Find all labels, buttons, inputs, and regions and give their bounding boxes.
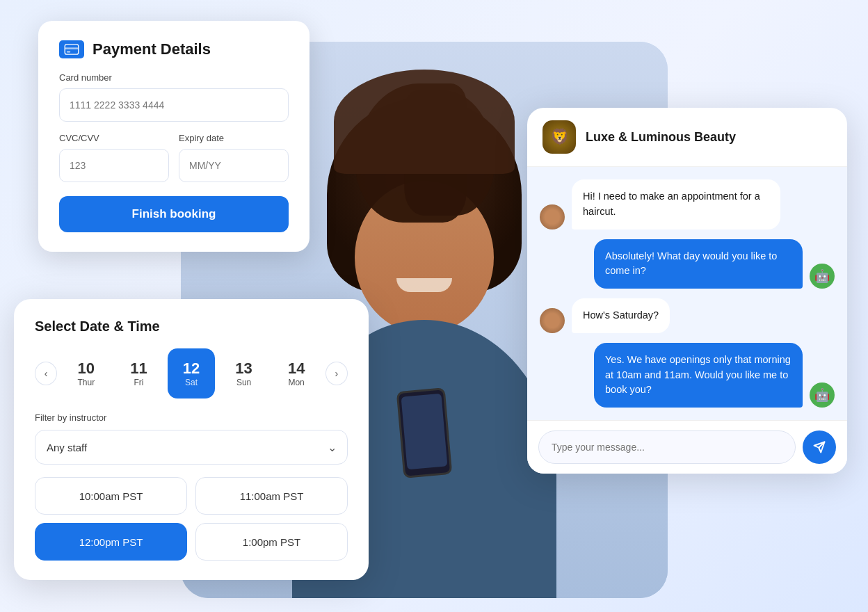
business-name: Luxe & Luminous Beauty — [586, 130, 736, 145]
bot-bubble-2: Yes. We have openings only that morning … — [594, 343, 803, 408]
svg-rect-2 — [67, 51, 70, 53]
chat-messages: Hi! I need to make an appointment for a … — [527, 167, 847, 420]
date-item-12[interactable]: 12 Sat — [168, 348, 215, 398]
payment-card: Payment Details Card number CVC/CVV Expi… — [38, 21, 310, 252]
time-10am[interactable]: 10:00am PST — [35, 477, 187, 515]
date-item-14[interactable]: 14 Mon — [273, 348, 320, 398]
user-bubble-1: Hi! I need to make an appointment for a … — [572, 179, 780, 230]
user-bubble-2: How's Saturday? — [572, 298, 670, 333]
bot-bubble-1: Absolutely! What day would you like to c… — [594, 239, 803, 289]
bot-avatar-1: 🤖 — [810, 264, 835, 289]
bot-avatar-2: 🤖 — [810, 382, 835, 408]
datetime-card: Select Date & Time ‹ 10 Thur 11 Fri 12 S… — [14, 299, 369, 580]
message-1: Hi! I need to make an appointment for a … — [540, 179, 835, 230]
cvc-field-group: CVC/CVV — [59, 133, 169, 182]
card-number-label: Card number — [59, 72, 289, 83]
date-navigation: ‹ 10 Thur 11 Fri 12 Sat 13 Sun 14 Mon › — [35, 348, 348, 398]
expiry-label: Expiry date — [179, 133, 289, 143]
user-avatar-1 — [540, 204, 565, 230]
cvc-expiry-row: CVC/CVV Expiry date — [59, 133, 289, 182]
card-number-field: Card number — [59, 72, 289, 122]
filter-label: Filter by instructor — [35, 412, 348, 423]
staff-select-wrapper: Any staff — [35, 430, 348, 465]
svg-rect-1 — [65, 47, 79, 49]
time-11am[interactable]: 11:00am PST — [195, 477, 348, 515]
date-prev-arrow[interactable]: ‹ — [35, 362, 57, 385]
cvc-label: CVC/CVV — [59, 133, 169, 143]
staff-select[interactable]: Any staff — [35, 430, 348, 465]
chat-card: 🦁 Luxe & Luminous Beauty Hi! I need to m… — [527, 108, 847, 474]
business-logo: 🦁 — [542, 120, 576, 154]
chat-input[interactable] — [538, 430, 796, 464]
message-3: How's Saturday? — [540, 298, 835, 333]
chat-header: 🦁 Luxe & Luminous Beauty — [527, 108, 847, 167]
message-4: 🤖 Yes. We have openings only that mornin… — [540, 343, 835, 408]
time-grid: 10:00am PST 11:00am PST 12:00pm PST 1:00… — [35, 477, 348, 561]
time-12pm[interactable]: 12:00pm PST — [35, 523, 187, 561]
credit-card-icon — [59, 40, 84, 58]
send-button[interactable] — [803, 430, 836, 464]
user-avatar-2 — [540, 308, 565, 333]
expiry-field-group: Expiry date — [179, 133, 289, 182]
message-2: 🤖 Absolutely! What day would you like to… — [540, 239, 835, 289]
payment-card-header: Payment Details — [59, 40, 289, 58]
expiry-input[interactable] — [179, 149, 289, 182]
date-item-11[interactable]: 11 Fri — [115, 348, 163, 398]
payment-title: Payment Details — [93, 40, 211, 58]
business-logo-inner: 🦁 — [542, 120, 576, 154]
chat-input-row — [527, 420, 847, 474]
cvc-input[interactable] — [59, 149, 169, 182]
time-1pm[interactable]: 1:00pm PST — [195, 523, 348, 561]
date-next-arrow[interactable]: › — [326, 362, 348, 385]
send-icon — [813, 441, 826, 453]
date-item-10[interactable]: 10 Thur — [63, 348, 110, 398]
date-item-13[interactable]: 13 Sun — [220, 348, 268, 398]
datetime-title: Select Date & Time — [35, 319, 348, 335]
card-number-input[interactable] — [59, 88, 289, 122]
finish-booking-button[interactable]: Finish booking — [59, 196, 289, 232]
